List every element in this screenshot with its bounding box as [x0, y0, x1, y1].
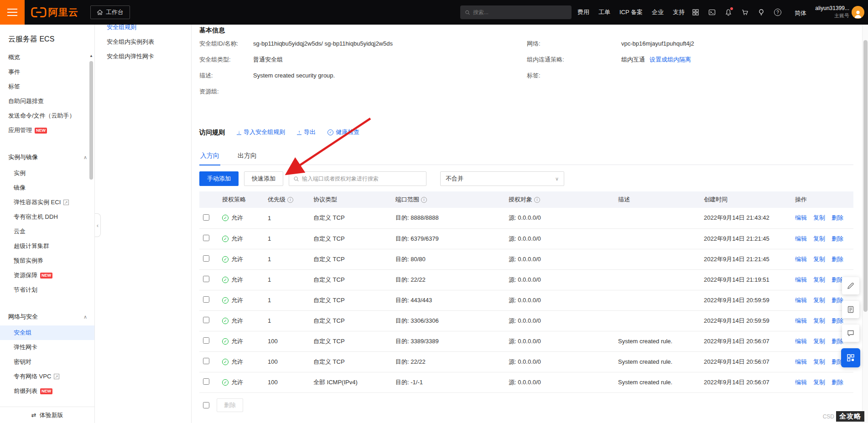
health-check-link[interactable]: ✓ 健康检查	[327, 128, 359, 136]
edit-link[interactable]: 编辑	[795, 235, 807, 242]
sidebar-scrollbar[interactable]: ▲ ▼	[88, 26, 94, 422]
bulb-icon[interactable]	[757, 8, 765, 16]
topbar-nav-item[interactable]: 费用	[577, 8, 589, 16]
sidebar-item[interactable]: 超级计算集群	[0, 239, 94, 253]
console-apps-button[interactable]	[841, 348, 860, 367]
copy-link[interactable]: 复制	[813, 235, 825, 242]
edit-link[interactable]: 编辑	[795, 276, 807, 283]
sidebar-item[interactable]: 节省计划	[0, 283, 94, 297]
sidebar-section-network[interactable]: 网络与安全 ∧	[0, 308, 94, 325]
edit-link[interactable]: 编辑	[795, 338, 807, 345]
edit-link[interactable]: 编辑	[795, 297, 807, 304]
topbar-search[interactable]	[460, 5, 572, 19]
locale-switch[interactable]: 简体	[795, 9, 806, 17]
row-checkbox[interactable]	[203, 214, 209, 221]
topbar-nav-item[interactable]: 企业	[652, 8, 664, 16]
export-link[interactable]: ↑ 导出	[297, 128, 316, 136]
scroll-up-arrow[interactable]: ▲	[88, 53, 94, 58]
copy-link[interactable]: 复制	[813, 297, 825, 304]
sidebar-item[interactable]: 事件	[0, 65, 94, 79]
edit-link[interactable]: 编辑	[795, 358, 807, 365]
row-checkbox[interactable]	[203, 358, 209, 364]
notifications-bell-icon[interactable]	[724, 8, 733, 16]
row-checkbox[interactable]	[203, 235, 209, 241]
sidebar-item[interactable]: 资源保障 NEW	[0, 268, 94, 283]
docs-button[interactable]	[842, 301, 859, 318]
sidebar-section-instances[interactable]: 实例与镜像 ∧	[0, 149, 94, 166]
copy-link[interactable]: 复制	[813, 317, 825, 324]
row-checkbox[interactable]	[203, 296, 209, 303]
workbench-button[interactable]: 工作台	[90, 5, 130, 19]
page-scrollbar[interactable]	[862, 25, 868, 423]
sidebar-item[interactable]: 专有网络 VPC ↗	[0, 369, 94, 384]
delete-link[interactable]: 删除	[832, 235, 843, 242]
subnav-item[interactable]: 安全组内弹性网卡	[95, 49, 191, 64]
topbar-nav-item[interactable]: 工单	[598, 8, 610, 16]
copy-link[interactable]: 复制	[813, 276, 825, 283]
cart-icon[interactable]	[741, 8, 749, 16]
subnav-item[interactable]: 安全组内实例列表	[95, 35, 191, 49]
edit-link[interactable]: 编辑	[795, 214, 807, 221]
topbar-nav-item[interactable]: ICP 备案	[619, 8, 643, 16]
row-checkbox[interactable]	[203, 337, 209, 344]
merge-select[interactable]: 不合并 ∨	[440, 171, 564, 186]
collapse-sidenav-handle[interactable]: ‹	[95, 213, 101, 237]
copy-link[interactable]: 复制	[813, 214, 825, 221]
set-group-isolation-link[interactable]: 设置成组内隔离	[650, 56, 691, 64]
row-checkbox[interactable]	[203, 255, 209, 262]
delete-link[interactable]: 删除	[832, 256, 843, 263]
copy-link[interactable]: 复制	[813, 256, 825, 263]
account-menu[interactable]: aliyun31399... 主账号	[813, 5, 849, 19]
edit-link[interactable]: 编辑	[795, 317, 807, 324]
sidebar-item[interactable]: 前缀列表 NEW	[0, 384, 94, 398]
support-chat-button[interactable]	[842, 325, 859, 342]
row-checkbox[interactable]	[203, 378, 209, 385]
sidebar-item[interactable]: 自助问题排查	[0, 94, 94, 108]
aliyun-logo[interactable]: 阿里云	[31, 6, 78, 19]
sidebar-item[interactable]: 预留实例券	[0, 253, 94, 268]
edit-link[interactable]: 编辑	[795, 256, 807, 263]
manual-add-button[interactable]: 手动添加	[199, 171, 239, 186]
info-icon[interactable]: i	[287, 197, 293, 203]
rules-search-input[interactable]	[302, 175, 422, 182]
hamburger-menu-button[interactable]	[0, 0, 25, 25]
avatar[interactable]	[852, 6, 864, 19]
page-scroll-thumb[interactable]	[863, 40, 868, 312]
import-rules-link[interactable]: ↓ 导入安全组规则	[237, 128, 285, 136]
sidebar-item[interactable]: 安全组	[0, 325, 94, 340]
batch-delete-button[interactable]: 删除	[217, 398, 243, 412]
copy-link[interactable]: 复制	[813, 358, 825, 365]
sidebar-item[interactable]: 发送命令/文件（云助手）	[0, 108, 94, 123]
sidebar-item[interactable]: 标签	[0, 79, 94, 94]
try-new-version-button[interactable]: ⇄ 体验新版	[0, 407, 94, 423]
sidebar-item[interactable]: 镜像	[0, 181, 94, 195]
app-grid-icon[interactable]	[691, 8, 700, 16]
rules-search[interactable]	[289, 171, 426, 186]
copy-link[interactable]: 复制	[813, 338, 825, 345]
sidebar-item[interactable]: 应用管理 NEW	[0, 123, 94, 138]
sidebar-scroll-thumb[interactable]	[89, 61, 93, 180]
cloudshell-icon[interactable]	[708, 8, 716, 16]
direction-tab[interactable]: 出方向	[237, 149, 258, 165]
delete-link[interactable]: 删除	[832, 379, 843, 386]
sidebar-item[interactable]: 弹性网卡	[0, 340, 94, 355]
sidebar-item[interactable]: 概览	[0, 50, 94, 65]
topbar-nav-item[interactable]: 支持	[673, 8, 685, 16]
sidebar-item[interactable]: 密钥对	[0, 355, 94, 369]
sidebar-item[interactable]: 弹性容器实例 ECI ↗	[0, 195, 94, 210]
direction-tab[interactable]: 入方向	[199, 149, 220, 165]
edit-link[interactable]: 编辑	[795, 379, 807, 386]
copy-link[interactable]: 复制	[813, 379, 825, 386]
sidebar-item[interactable]: 实例	[0, 166, 94, 181]
topbar-search-input[interactable]	[473, 9, 567, 15]
sidebar-item[interactable]: 云盒	[0, 224, 94, 239]
info-icon[interactable]: i	[534, 197, 540, 203]
help-icon[interactable]: ?	[774, 8, 782, 16]
delete-link[interactable]: 删除	[832, 214, 843, 221]
sidebar-item[interactable]: 专有宿主机 DDH	[0, 210, 94, 224]
info-icon[interactable]: i	[421, 197, 427, 203]
row-checkbox[interactable]	[203, 317, 209, 323]
row-checkbox[interactable]	[203, 276, 209, 282]
select-all-checkbox[interactable]	[203, 402, 209, 408]
feedback-pencil-button[interactable]	[842, 277, 859, 294]
